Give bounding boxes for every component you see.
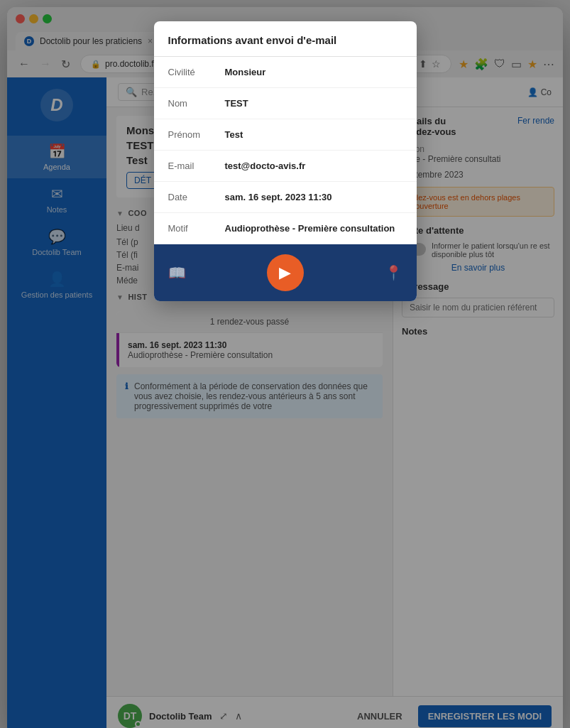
modal-overlay[interactable]: Informations avant envoi d'e-mail Civili… — [7, 7, 563, 728]
location-icon[interactable]: 📍 — [385, 264, 402, 281]
modal-row-civilite: Civilité Monsieur — [154, 57, 417, 88]
email-label: E-mail — [168, 161, 225, 171]
date-value: sam. 16 sept. 2023 11:30 — [225, 192, 402, 202]
prenom-value: Test — [225, 129, 402, 140]
nom-value: TEST — [225, 98, 402, 109]
modal-row-prenom: Prénom Test — [154, 119, 417, 151]
date-label: Date — [168, 192, 225, 202]
modal-body: Civilité Monsieur Nom TEST Prénom Test E… — [154, 57, 417, 244]
modal: Informations avant envoi d'e-mail Civili… — [154, 21, 417, 301]
modal-row-date: Date sam. 16 sept. 2023 11:30 — [154, 182, 417, 213]
motif-value: Audioprothèse - Première consultation — [225, 223, 402, 234]
modal-footer: 📖 ▶ 📍 — [154, 244, 417, 301]
modal-header: Informations avant envoi d'e-mail — [154, 21, 417, 57]
motif-label: Motif — [168, 223, 225, 234]
prenom-label: Prénom — [168, 129, 225, 140]
email-value: test@docto-avis.fr — [225, 161, 402, 171]
modal-title: Informations avant envoi d'e-mail — [168, 34, 402, 46]
modal-row-nom: Nom TEST — [154, 88, 417, 119]
modal-row-email: E-mail test@docto-avis.fr — [154, 151, 417, 182]
modal-row-motif: Motif Audioprothèse - Première consultat… — [154, 213, 417, 244]
civilite-label: Civilité — [168, 67, 225, 77]
send-icon: ▶ — [279, 264, 291, 282]
send-button[interactable]: ▶ — [267, 254, 304, 291]
book-icon[interactable]: 📖 — [168, 264, 186, 281]
civilite-value: Monsieur — [225, 67, 402, 77]
nom-label: Nom — [168, 98, 225, 109]
